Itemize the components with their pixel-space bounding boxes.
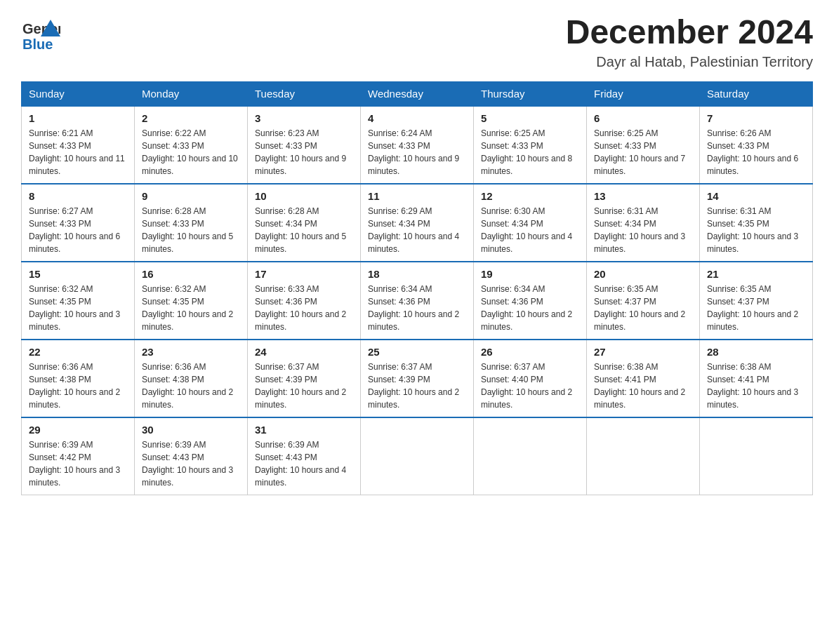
day-info: Sunrise: 6:22 AM Sunset: 4:33 PM Dayligh… [142, 127, 240, 177]
day-number: 14 [707, 190, 805, 202]
location-subtitle: Dayr al Hatab, Palestinian Territory [566, 54, 813, 70]
calendar-cell: 27 Sunrise: 6:38 AM Sunset: 4:41 PM Dayl… [587, 340, 700, 417]
day-info: Sunrise: 6:27 AM Sunset: 4:33 PM Dayligh… [29, 205, 127, 255]
day-info: Sunrise: 6:23 AM Sunset: 4:33 PM Dayligh… [255, 127, 353, 177]
day-info: Sunrise: 6:36 AM Sunset: 4:38 PM Dayligh… [29, 361, 127, 411]
day-info: Sunrise: 6:38 AM Sunset: 4:41 PM Dayligh… [707, 361, 805, 411]
day-info: Sunrise: 6:39 AM Sunset: 4:43 PM Dayligh… [255, 438, 353, 489]
calendar-cell: 18 Sunrise: 6:34 AM Sunset: 4:36 PM Dayl… [361, 262, 474, 340]
day-number: 29 [29, 424, 127, 436]
day-number: 12 [481, 190, 579, 202]
day-number: 15 [29, 268, 127, 280]
calendar-cell: 20 Sunrise: 6:35 AM Sunset: 4:37 PM Dayl… [587, 262, 700, 340]
day-number: 27 [594, 346, 692, 358]
day-info: Sunrise: 6:24 AM Sunset: 4:33 PM Dayligh… [368, 127, 466, 177]
header-monday: Monday [135, 81, 248, 106]
day-number: 25 [368, 346, 466, 358]
day-number: 13 [594, 190, 692, 202]
calendar-cell: 31 Sunrise: 6:39 AM Sunset: 4:43 PM Dayl… [248, 417, 361, 495]
day-info: Sunrise: 6:35 AM Sunset: 4:37 PM Dayligh… [594, 283, 692, 333]
header-saturday: Saturday [700, 81, 813, 106]
calendar-week-row: 22 Sunrise: 6:36 AM Sunset: 4:38 PM Dayl… [22, 340, 813, 417]
day-info: Sunrise: 6:28 AM Sunset: 4:33 PM Dayligh… [142, 205, 240, 255]
day-info: Sunrise: 6:34 AM Sunset: 4:36 PM Dayligh… [368, 283, 466, 333]
calendar-cell: 29 Sunrise: 6:39 AM Sunset: 4:42 PM Dayl… [22, 417, 135, 495]
calendar-cell: 28 Sunrise: 6:38 AM Sunset: 4:41 PM Dayl… [700, 340, 813, 417]
day-info: Sunrise: 6:33 AM Sunset: 4:36 PM Dayligh… [255, 283, 353, 333]
calendar-cell: 9 Sunrise: 6:28 AM Sunset: 4:33 PM Dayli… [135, 184, 248, 262]
day-number: 17 [255, 268, 353, 280]
calendar-week-row: 29 Sunrise: 6:39 AM Sunset: 4:42 PM Dayl… [22, 417, 813, 495]
calendar-cell: 3 Sunrise: 6:23 AM Sunset: 4:33 PM Dayli… [248, 106, 361, 184]
day-info: Sunrise: 6:38 AM Sunset: 4:41 PM Dayligh… [594, 361, 692, 411]
day-info: Sunrise: 6:37 AM Sunset: 4:39 PM Dayligh… [255, 361, 353, 411]
day-number: 4 [368, 112, 466, 124]
day-number: 19 [481, 268, 579, 280]
day-info: Sunrise: 6:21 AM Sunset: 4:33 PM Dayligh… [29, 127, 127, 177]
day-info: Sunrise: 6:31 AM Sunset: 4:34 PM Dayligh… [594, 205, 692, 255]
page-header: General Blue December 2024 Dayr al Hatab… [21, 14, 813, 70]
header-sunday: Sunday [22, 81, 135, 106]
day-number: 30 [142, 424, 240, 436]
day-number: 21 [707, 268, 805, 280]
calendar-cell: 1 Sunrise: 6:21 AM Sunset: 4:33 PM Dayli… [22, 106, 135, 184]
day-info: Sunrise: 6:29 AM Sunset: 4:34 PM Dayligh… [368, 205, 466, 255]
day-number: 20 [594, 268, 692, 280]
day-info: Sunrise: 6:36 AM Sunset: 4:38 PM Dayligh… [142, 361, 240, 411]
calendar-cell: 6 Sunrise: 6:25 AM Sunset: 4:33 PM Dayli… [587, 106, 700, 184]
calendar-cell: 25 Sunrise: 6:37 AM Sunset: 4:39 PM Dayl… [361, 340, 474, 417]
day-info: Sunrise: 6:39 AM Sunset: 4:43 PM Dayligh… [142, 438, 240, 489]
calendar-table: SundayMondayTuesdayWednesdayThursdayFrid… [21, 81, 813, 495]
day-info: Sunrise: 6:26 AM Sunset: 4:33 PM Dayligh… [707, 127, 805, 177]
day-number: 18 [368, 268, 466, 280]
day-info: Sunrise: 6:32 AM Sunset: 4:35 PM Dayligh… [142, 283, 240, 333]
calendar-cell: 7 Sunrise: 6:26 AM Sunset: 4:33 PM Dayli… [700, 106, 813, 184]
day-info: Sunrise: 6:39 AM Sunset: 4:42 PM Dayligh… [29, 438, 127, 489]
logo: General Blue [21, 14, 63, 53]
title-area: December 2024 Dayr al Hatab, Palestinian… [566, 14, 813, 70]
calendar-cell: 5 Sunrise: 6:25 AM Sunset: 4:33 PM Dayli… [474, 106, 587, 184]
calendar-cell: 16 Sunrise: 6:32 AM Sunset: 4:35 PM Dayl… [135, 262, 248, 340]
calendar-cell [474, 417, 587, 495]
calendar-cell: 24 Sunrise: 6:37 AM Sunset: 4:39 PM Dayl… [248, 340, 361, 417]
month-year-title: December 2024 [566, 14, 813, 51]
calendar-cell: 2 Sunrise: 6:22 AM Sunset: 4:33 PM Dayli… [135, 106, 248, 184]
svg-text:Blue: Blue [22, 36, 53, 52]
day-info: Sunrise: 6:32 AM Sunset: 4:35 PM Dayligh… [29, 283, 127, 333]
day-info: Sunrise: 6:34 AM Sunset: 4:36 PM Dayligh… [481, 283, 579, 333]
day-number: 3 [255, 112, 353, 124]
day-number: 7 [707, 112, 805, 124]
calendar-cell: 21 Sunrise: 6:35 AM Sunset: 4:37 PM Dayl… [700, 262, 813, 340]
day-number: 8 [29, 190, 127, 202]
calendar-cell: 23 Sunrise: 6:36 AM Sunset: 4:38 PM Dayl… [135, 340, 248, 417]
day-number: 23 [142, 346, 240, 358]
logo-icon: General Blue [21, 14, 60, 53]
calendar-cell: 4 Sunrise: 6:24 AM Sunset: 4:33 PM Dayli… [361, 106, 474, 184]
calendar-week-row: 8 Sunrise: 6:27 AM Sunset: 4:33 PM Dayli… [22, 184, 813, 262]
day-number: 26 [481, 346, 579, 358]
day-number: 1 [29, 112, 127, 124]
calendar-header-row: SundayMondayTuesdayWednesdayThursdayFrid… [22, 81, 813, 106]
calendar-cell: 13 Sunrise: 6:31 AM Sunset: 4:34 PM Dayl… [587, 184, 700, 262]
day-number: 6 [594, 112, 692, 124]
day-number: 31 [255, 424, 353, 436]
day-number: 16 [142, 268, 240, 280]
calendar-cell: 22 Sunrise: 6:36 AM Sunset: 4:38 PM Dayl… [22, 340, 135, 417]
day-info: Sunrise: 6:25 AM Sunset: 4:33 PM Dayligh… [481, 127, 579, 177]
day-number: 28 [707, 346, 805, 358]
day-info: Sunrise: 6:37 AM Sunset: 4:40 PM Dayligh… [481, 361, 579, 411]
day-number: 11 [368, 190, 466, 202]
calendar-cell: 11 Sunrise: 6:29 AM Sunset: 4:34 PM Dayl… [361, 184, 474, 262]
day-info: Sunrise: 6:28 AM Sunset: 4:34 PM Dayligh… [255, 205, 353, 255]
calendar-week-row: 15 Sunrise: 6:32 AM Sunset: 4:35 PM Dayl… [22, 262, 813, 340]
header-friday: Friday [587, 81, 700, 106]
header-tuesday: Tuesday [248, 81, 361, 106]
header-thursday: Thursday [474, 81, 587, 106]
calendar-cell: 15 Sunrise: 6:32 AM Sunset: 4:35 PM Dayl… [22, 262, 135, 340]
day-number: 22 [29, 346, 127, 358]
day-number: 9 [142, 190, 240, 202]
day-info: Sunrise: 6:37 AM Sunset: 4:39 PM Dayligh… [368, 361, 466, 411]
calendar-cell: 12 Sunrise: 6:30 AM Sunset: 4:34 PM Dayl… [474, 184, 587, 262]
day-number: 24 [255, 346, 353, 358]
calendar-cell [700, 417, 813, 495]
